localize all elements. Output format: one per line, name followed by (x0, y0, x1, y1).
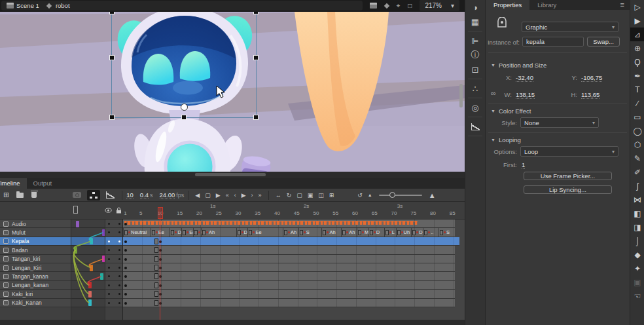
frames-area[interactable]: NeutralEeDEeFAhDEeAhSAhAhMDLUhD..S (123, 220, 465, 325)
lip-syncing-button[interactable]: Lip Syncing... (524, 185, 612, 194)
keyframe-dot[interactable] (124, 284, 127, 287)
mouth-keyframe-Ah[interactable]: Ah (201, 228, 215, 236)
selection-handle-bc[interactable] (181, 115, 187, 120)
w-value[interactable]: 138,15 (516, 91, 535, 99)
gradient-transform-tool[interactable]: ⊕ (630, 41, 644, 55)
layer-lock-dot[interactable] (118, 231, 120, 233)
layer-lock-dot[interactable] (118, 275, 120, 277)
mouth-keyframe-Neutral[interactable]: Neutral (123, 228, 147, 236)
loop-playback-icon[interactable]: ↻ (287, 192, 292, 199)
looping-header[interactable]: ▼ Looping (491, 136, 521, 143)
eraser-tool[interactable]: ◆ (630, 248, 644, 261)
empty-keyframe-box[interactable] (154, 282, 158, 288)
asset-warp-tool[interactable]: ✦ (630, 261, 644, 275)
info-panel-icon[interactable]: ⓘ (465, 48, 485, 62)
onion-skin-outlines-icon[interactable]: ▣ (308, 192, 313, 199)
mouth-keyframe-D[interactable]: D (411, 228, 422, 236)
loop-options-select[interactable]: Loop▾ (520, 146, 618, 157)
layer-lock-dot[interactable] (118, 240, 120, 242)
mouth-keyframe-D[interactable]: D (368, 228, 380, 236)
layer-name[interactable]: Tangan_kiri (12, 256, 40, 262)
center-frame-icon[interactable]: ↔ (276, 192, 281, 199)
keyframe-dot[interactable] (124, 267, 127, 269)
tab-library[interactable]: Library (529, 0, 564, 10)
first-frame-value[interactable]: 1 (522, 161, 525, 169)
vscroll-thumb[interactable] (459, 84, 463, 107)
subselection-tool[interactable]: ▶ (630, 14, 644, 28)
use-frame-picker-button[interactable]: Use Frame Picker... (524, 172, 612, 180)
selection-handle-br[interactable] (253, 115, 259, 120)
edit-multiple-frames-icon[interactable]: ◫ (318, 192, 324, 199)
rectangle-tool[interactable]: ▭ (630, 110, 644, 124)
mouth-keyframe-..[interactable]: .. (423, 228, 433, 236)
frames-row-Audio[interactable] (123, 220, 455, 228)
transformation-point[interactable] (181, 104, 188, 111)
layer-lock-dot[interactable] (118, 302, 120, 304)
keyframe-dot[interactable] (124, 275, 127, 278)
breadcrumb-scene[interactable]: Scene 1 (16, 2, 39, 9)
mouth-keyframe-M[interactable]: M (357, 228, 368, 236)
layer-visibility-dot[interactable] (108, 293, 110, 295)
empty-keyframe-box[interactable] (154, 247, 158, 253)
empty-keyframe-box[interactable] (154, 256, 158, 262)
free-transform-tool[interactable]: ⊿ (630, 28, 644, 41)
center-stage-icon[interactable]: ⌖ (397, 1, 401, 10)
layer-lock-dot[interactable] (118, 258, 120, 260)
layer-lock-dot[interactable] (118, 223, 120, 225)
symbol-type-select[interactable]: Graphic▾ (522, 22, 618, 32)
layer-name[interactable]: Audio (12, 221, 26, 227)
bone-tool[interactable]: ⋈ (630, 193, 644, 206)
zoom-slider-knob[interactable] (389, 192, 395, 198)
current-frame-box-icon[interactable]: ▢ (205, 192, 211, 199)
layer-visibility-dot[interactable] (108, 249, 110, 251)
first-frame-icon[interactable]: « (226, 192, 229, 199)
layer-lock-dot[interactable] (118, 267, 120, 269)
tab-output[interactable]: Output (27, 178, 59, 189)
panel-menu-icon[interactable]: ≡ (620, 1, 624, 9)
h-value[interactable]: 113,65 (581, 91, 599, 99)
keyframe-dot[interactable] (124, 240, 127, 243)
eyedropper-tool[interactable]: ⌡ (630, 234, 644, 248)
layer-name[interactable]: Kaki_Kanan (12, 299, 42, 306)
empty-keyframe-box[interactable] (154, 291, 158, 297)
mouth-keyframe-Ah[interactable]: Ah (321, 228, 335, 236)
stage-vscrollbar[interactable] (459, 12, 464, 172)
marker-forward-icon[interactable]: ▶ (216, 192, 221, 199)
align-panel-icon[interactable]: ⊫ (465, 33, 485, 48)
brush-library-panel-icon[interactable]: ∴ (465, 81, 485, 96)
layer-visibility-dot[interactable] (108, 240, 110, 242)
selection-handle-l[interactable] (109, 55, 115, 60)
ink-bottle-tool[interactable]: ◨ (630, 220, 644, 234)
line-tool[interactable]: ∕ (630, 96, 644, 110)
layer-lock-dot[interactable] (118, 284, 120, 286)
mouth-keyframe-Ee[interactable]: Ee (247, 228, 261, 236)
current-frame-value[interactable]: 10 (126, 191, 134, 199)
fluid-brush-tool[interactable]: ʃ (630, 179, 644, 193)
keyframe-dot[interactable] (124, 223, 127, 225)
paint-bucket-tool[interactable]: ◧ (630, 206, 644, 220)
transform-panel-icon[interactable]: ⊡ (465, 62, 485, 77)
layer-lock-dot[interactable] (118, 249, 120, 251)
frames-row-Mulut[interactable]: NeutralEeDEeFAhDEeAhSAhAhMDLUhD..S (123, 228, 455, 237)
modify-markers-icon[interactable]: ⊞ (329, 192, 334, 199)
play-icon[interactable]: ▶ (241, 192, 246, 199)
selection-handle-tr[interactable] (253, 12, 259, 14)
layer-visibility-dot[interactable] (108, 302, 110, 304)
reset-timeline-zoom-icon[interactable]: ↺ (357, 192, 363, 199)
timeline-zoom-slider[interactable] (379, 195, 422, 196)
stage-zoom-select[interactable]: 217% ▾ (420, 0, 459, 11)
mouth-keyframe-S[interactable]: S (438, 228, 450, 236)
empty-keyframe-box[interactable] (154, 239, 158, 244)
frames-row-Tangan_kiri[interactable] (123, 255, 455, 263)
empty-keyframe-box[interactable] (154, 273, 158, 279)
keyframe-dot[interactable] (124, 249, 127, 252)
hand-tool[interactable]: ☜ (630, 289, 644, 303)
layer-visibility-dot[interactable] (108, 275, 110, 277)
polystar-tool[interactable]: ⬡ (630, 138, 644, 151)
layer-name[interactable]: Lengan_Kiri (12, 265, 41, 271)
selection-tool[interactable]: ▷ (630, 0, 644, 14)
lasso-tool[interactable]: Ϙ (630, 55, 644, 69)
layer-visibility-dot[interactable] (108, 223, 110, 225)
layer-name[interactable]: Lengan_kanan (12, 282, 48, 288)
frames-row-Tangan_kanan[interactable] (123, 272, 455, 280)
